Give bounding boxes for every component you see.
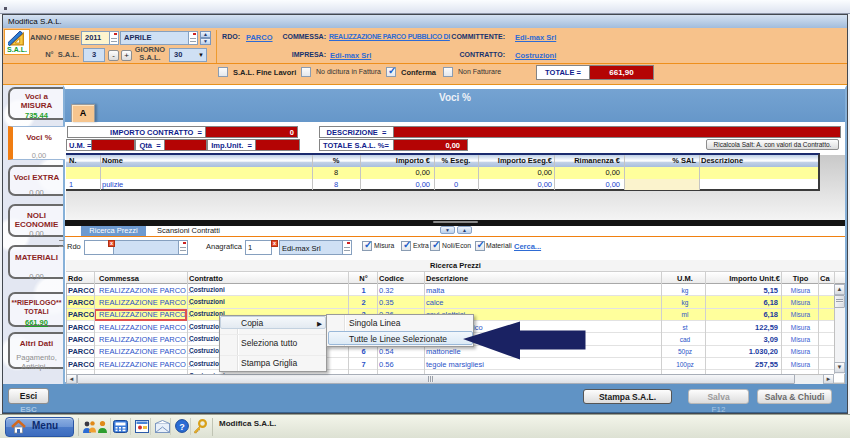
svg-text:?: ? bbox=[179, 422, 185, 432]
